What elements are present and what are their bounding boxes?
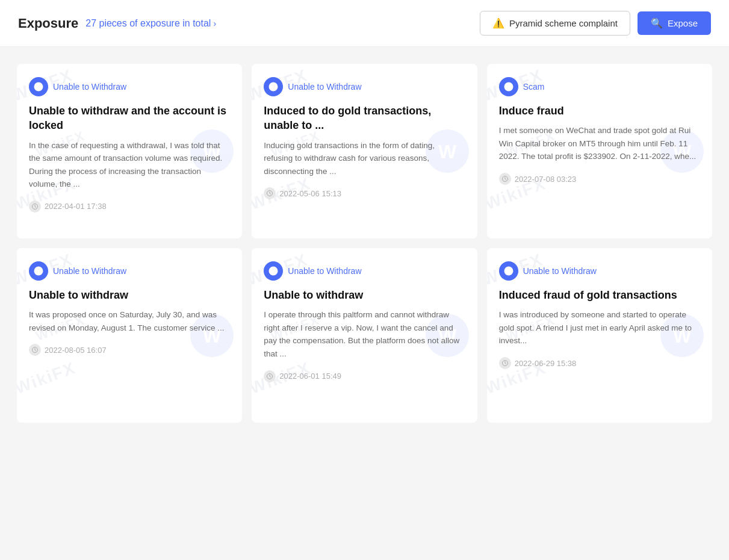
card-title: Unable to withdraw: [29, 288, 230, 302]
card-description: Inducing gold transactions in the form o…: [264, 139, 465, 178]
clock-icon: [29, 344, 41, 356]
tag-label: Unable to Withdraw: [53, 266, 126, 276]
clock-icon: [264, 187, 276, 199]
tag-label: Scam: [523, 82, 545, 92]
expose-button[interactable]: 🔍 Expose: [637, 11, 711, 35]
header-left: Exposure 27 pieces of exposure in total …: [18, 16, 216, 31]
card-content: Unable to Withdraw Induced to do gold tr…: [264, 77, 465, 199]
clock-icon: [499, 173, 511, 185]
card-title: Unable to withdraw and the account is lo…: [29, 104, 230, 133]
tag-icon: [29, 261, 48, 281]
time-text: 2022-06-29 15:38: [515, 359, 577, 368]
card-item[interactable]: WikiFX WikiFX WikiFX W Unable to Withdra…: [252, 248, 477, 423]
tag-icon: [264, 261, 283, 281]
card-description: In the case of requesting a withdrawal, …: [29, 139, 230, 191]
card-tag: Unable to Withdraw: [499, 261, 597, 281]
expose-btn-label: Expose: [668, 18, 698, 28]
card-title: Induced to do gold transactions, unable …: [264, 104, 465, 133]
card-title: Unable to withdraw: [264, 288, 465, 302]
card-content: Scam Induce fraud I met someone on WeCha…: [499, 77, 700, 185]
expose-icon: 🔍: [651, 17, 663, 29]
pyramid-scheme-button[interactable]: ⚠️ Pyramid scheme complaint: [480, 11, 630, 36]
time-text: 2022-05-06 15:13: [279, 189, 341, 198]
tag-label: Unable to Withdraw: [523, 266, 597, 276]
card-tag: Unable to Withdraw: [264, 77, 361, 96]
card-content: Unable to Withdraw Unable to withdraw an…: [29, 77, 230, 213]
card-description: I met someone on WeChat and trade spot g…: [499, 124, 700, 163]
tag-icon: [499, 77, 518, 96]
card-tag: Scam: [499, 77, 545, 96]
card-content: Unable to Withdraw Unable to withdraw It…: [29, 261, 230, 356]
card-item[interactable]: WikiFX WikiFX WikiFX W Scam Induce fraud…: [487, 64, 712, 238]
exposure-count-link[interactable]: 27 pieces of exposure in total ›: [85, 18, 216, 29]
exposure-count-text: 27 pieces of exposure in total: [85, 18, 211, 29]
card-description: I was introduced by someone and started …: [499, 308, 700, 347]
card-description: I operate through this paltform and cann…: [264, 308, 465, 360]
time-text: 2022-08-05 16:07: [45, 346, 107, 355]
time-text: 2022-07-08 03:23: [515, 175, 577, 184]
card-time: 2022-06-01 15:49: [264, 370, 465, 382]
clock-icon: [499, 357, 511, 369]
card-item[interactable]: WikiFX WikiFX WikiFX W Unable to Withdra…: [252, 64, 477, 238]
pyramid-btn-label: Pyramid scheme complaint: [509, 18, 618, 28]
tag-icon: [29, 77, 48, 96]
clock-icon: [29, 201, 41, 213]
card-content: Unable to Withdraw Induced fraud of gold…: [499, 261, 700, 369]
card-grid: WikiFX WikiFX WikiFX W Unable to Withdra…: [0, 47, 729, 440]
tag-icon: [499, 261, 518, 281]
card-time: 2022-05-06 15:13: [264, 187, 465, 199]
card-tag: Unable to Withdraw: [29, 77, 126, 96]
card-title: Induced fraud of gold transactions: [499, 288, 700, 302]
page-title: Exposure: [18, 16, 78, 31]
tag-label: Unable to Withdraw: [288, 82, 361, 92]
card-tag: Unable to Withdraw: [264, 261, 361, 281]
card-content: Unable to Withdraw Unable to withdraw I …: [264, 261, 465, 382]
card-description: It was proposed once on Saturday, July 3…: [29, 308, 230, 334]
tag-label: Unable to Withdraw: [288, 266, 361, 276]
warning-icon: ⚠️: [492, 17, 504, 29]
card-tag: Unable to Withdraw: [29, 261, 126, 281]
card-time: 2022-06-29 15:38: [499, 357, 700, 369]
tag-label: Unable to Withdraw: [53, 82, 126, 92]
clock-icon: [264, 370, 276, 382]
chevron-right-icon: ›: [213, 19, 216, 28]
header-right: ⚠️ Pyramid scheme complaint 🔍 Expose: [480, 11, 711, 36]
card-time: 2022-07-08 03:23: [499, 173, 700, 185]
time-text: 2022-06-01 15:49: [279, 372, 341, 381]
tag-icon: [264, 77, 283, 96]
card-time: 2022-08-05 16:07: [29, 344, 230, 356]
card-item[interactable]: WikiFX WikiFX WikiFX W Unable to Withdra…: [17, 64, 242, 238]
card-item[interactable]: WikiFX WikiFX WikiFX W Unable to Withdra…: [487, 248, 712, 423]
card-time: 2022-04-01 17:38: [29, 201, 230, 213]
page-header: Exposure 27 pieces of exposure in total …: [0, 0, 729, 47]
card-item[interactable]: WikiFX WikiFX WikiFX W Unable to Withdra…: [17, 248, 242, 423]
card-title: Induce fraud: [499, 104, 700, 118]
time-text: 2022-04-01 17:38: [45, 202, 107, 211]
